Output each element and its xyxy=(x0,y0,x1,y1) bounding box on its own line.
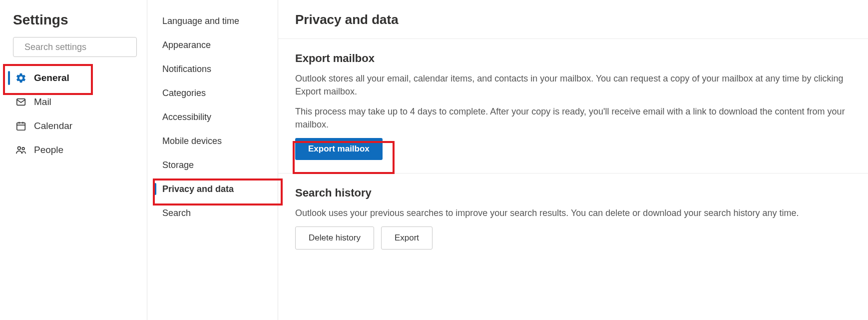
subnav-item-mobile-devices[interactable]: Mobile devices xyxy=(147,129,278,153)
subnav-item-accessibility[interactable]: Accessibility xyxy=(147,105,278,129)
gear-icon xyxy=(15,72,27,84)
search-settings-input[interactable] xyxy=(24,42,140,52)
sidebar-item-mail[interactable]: Mail xyxy=(13,90,137,114)
settings-detail-pane: Privacy and data Export mailbox Outlook … xyxy=(278,0,868,320)
svg-point-7 xyxy=(17,146,20,150)
export-description-2: This process may take up to 4 days to co… xyxy=(295,105,851,131)
subnav-item-appearance[interactable]: Appearance xyxy=(147,33,278,57)
subnav-label: Storage xyxy=(162,160,194,170)
sidebar-item-label: Mail xyxy=(34,96,51,108)
subnav-label: Notifications xyxy=(162,64,211,74)
sidebar-item-people[interactable]: People xyxy=(13,138,137,162)
subnav-label: Search xyxy=(162,208,191,218)
sidebar-item-calendar[interactable]: Calendar xyxy=(13,114,137,138)
svg-rect-3 xyxy=(17,123,25,130)
subnav-item-notifications[interactable]: Notifications xyxy=(147,57,278,81)
export-history-button[interactable]: Export xyxy=(381,226,433,250)
subnav-label: Privacy and data xyxy=(162,184,234,194)
sidebar-item-label: General xyxy=(34,72,69,84)
section-heading-export: Export mailbox xyxy=(295,52,851,65)
mail-icon xyxy=(15,96,27,108)
search-history-section: Search history Outlook uses your previou… xyxy=(278,173,868,262)
sidebar-item-label: Calendar xyxy=(34,120,72,132)
subnav-label: Mobile devices xyxy=(162,136,222,146)
subnav-label: Accessibility xyxy=(162,112,211,122)
subnav-label: Categories xyxy=(162,88,206,98)
calendar-icon xyxy=(15,120,27,132)
sidebar-item-label: People xyxy=(34,144,63,156)
subnav-label: Language and time xyxy=(162,16,239,26)
subnav-label: Appearance xyxy=(162,40,211,50)
delete-history-button[interactable]: Delete history xyxy=(295,226,374,250)
settings-heading: Settings xyxy=(13,12,137,28)
subnav-item-privacy-and-data[interactable]: Privacy and data xyxy=(147,177,278,201)
svg-point-8 xyxy=(22,148,24,150)
section-heading-search-history: Search history xyxy=(295,186,851,200)
search-history-description: Outlook uses your previous searches to i… xyxy=(295,206,851,220)
detail-header: Privacy and data xyxy=(278,0,868,39)
settings-category-nav: General Mail Calendar People xyxy=(13,66,137,162)
page-title: Privacy and data xyxy=(295,12,851,28)
settings-sidebar: Settings General Mail Calendar xyxy=(0,0,147,320)
search-settings-field[interactable] xyxy=(13,37,137,57)
settings-subnav: Language and time Appearance Notificatio… xyxy=(147,0,278,320)
subnav-item-categories[interactable]: Categories xyxy=(147,81,278,105)
subnav-item-storage[interactable]: Storage xyxy=(147,153,278,177)
people-icon xyxy=(15,144,27,156)
export-description-1: Outlook stores all your email, calendar … xyxy=(295,72,851,98)
subnav-item-language-and-time[interactable]: Language and time xyxy=(147,9,278,33)
export-mailbox-section: Export mailbox Outlook stores all your e… xyxy=(278,39,868,173)
sidebar-item-general[interactable]: General xyxy=(13,66,137,90)
export-mailbox-button[interactable]: Export mailbox xyxy=(295,138,383,160)
subnav-item-search[interactable]: Search xyxy=(147,201,278,225)
